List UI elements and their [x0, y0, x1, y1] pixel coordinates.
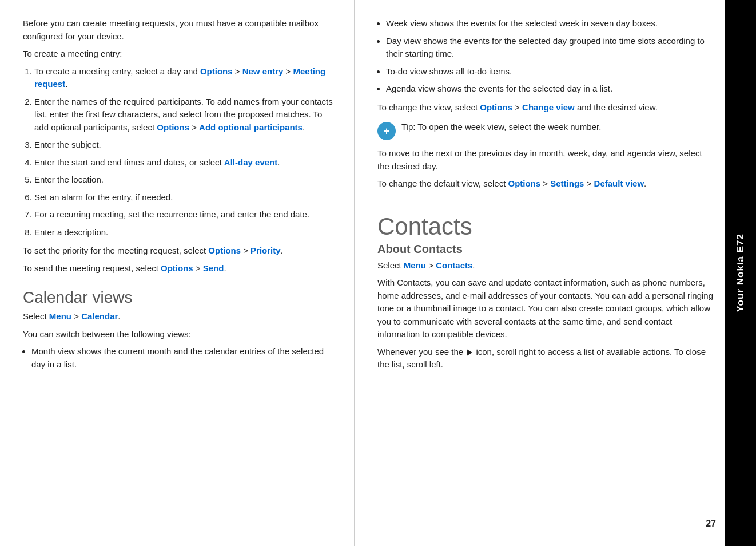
step-1: To create a meeting entry, select a day …	[34, 65, 337, 91]
step-7: For a recurring meeting, set the recurre…	[34, 208, 337, 221]
calendar-item-todo: To-do view shows all to-do items.	[386, 65, 716, 78]
step2-after: .	[303, 122, 305, 132]
step-4: Enter the start and end times and dates,…	[34, 156, 337, 169]
settings-link: Settings	[550, 179, 584, 188]
menu-link-contacts: Menu	[404, 260, 426, 270]
default-view-link: Default view	[594, 179, 644, 188]
step-5: Enter the location.	[34, 173, 337, 187]
calendar-views-list-left: Month view shows the current month and t…	[31, 345, 337, 371]
contacts-select-paragraph: Select Menu > Contacts.	[377, 259, 716, 272]
calendar-views-heading: Calendar views	[23, 288, 337, 307]
options-link-change-view: Options	[480, 102, 512, 112]
step4-text-before: Enter the start and end times and dates,…	[34, 157, 224, 167]
right-column: Week view shows the events for the selec…	[355, 0, 756, 546]
calendar-item-agenda: Agenda view shows the events for the sel…	[386, 82, 716, 96]
side-tab: Your Nokia E72	[725, 0, 756, 546]
create-intro: To create a meeting entry:	[23, 48, 337, 61]
step1-text-before: To create a meeting entry, select a day …	[34, 66, 200, 76]
menu-link-calendar: Menu	[49, 311, 71, 321]
step2-mid1: >	[189, 122, 199, 132]
step-3: Enter the subject.	[34, 139, 337, 152]
step4-after: .	[277, 157, 280, 167]
change-view-link: Change view	[522, 102, 575, 112]
calendar-switch-text: You can switch between the following vie…	[23, 328, 337, 341]
calendar-link: Calendar	[81, 311, 118, 321]
step1-after: .	[65, 79, 67, 89]
calendar-item-day: Day view shows the events for the select…	[386, 35, 716, 61]
section-divider	[377, 201, 716, 201]
arrow-icon	[467, 349, 472, 356]
step-2: Enter the names of the required particip…	[34, 96, 337, 134]
default-view-paragraph: To change the default view, select Optio…	[377, 177, 716, 191]
steps-list: To create a meeting entry, select a day …	[34, 65, 337, 239]
options-link-priority: Options	[208, 246, 241, 255]
calendar-select-paragraph: Select Menu > Calendar.	[23, 310, 337, 323]
page-number: 27	[706, 519, 716, 529]
move-day-paragraph: To move to the next or the previous day …	[377, 147, 716, 173]
change-view-paragraph: To change the view, select Options > Cha…	[377, 101, 716, 114]
left-column: Before you can create meeting requests, …	[0, 0, 355, 546]
priority-paragraph: To set the priority for the meeting requ…	[23, 244, 337, 258]
step-6: Set an alarm for the entry, if needed.	[34, 191, 337, 204]
tip-box: + Tip: To open the week view, select the…	[377, 121, 716, 140]
page-content: Before you can create meeting requests, …	[0, 0, 756, 546]
contacts-icon-paragraph: Whenever you see the icon, scroll right …	[377, 346, 716, 371]
options-link-1: Options	[200, 66, 233, 76]
send-paragraph: To send the meeting request, select Opti…	[23, 262, 337, 275]
contacts-link: Contacts	[436, 260, 472, 270]
intro-paragraph: Before you can create meeting requests, …	[23, 17, 337, 43]
options-link-2: Options	[157, 122, 189, 132]
tip-icon: +	[377, 122, 396, 140]
priority-link: Priority	[250, 246, 281, 255]
about-contacts-heading: About Contacts	[377, 243, 716, 256]
step1-mid2: >	[283, 66, 293, 76]
add-optional-participants-link: Add optional participants	[199, 122, 303, 132]
all-day-event-link: All-day event	[224, 157, 277, 167]
contacts-body: With Contacts, you can save and update c…	[377, 276, 716, 341]
side-tab-text: Your Nokia E72	[735, 234, 746, 312]
step-8: Enter a description.	[34, 226, 337, 239]
contacts-heading: Contacts	[377, 213, 716, 240]
calendar-item-month: Month view shows the current month and t…	[31, 345, 337, 371]
calendar-views-list-right: Week view shows the events for the selec…	[386, 17, 716, 96]
calendar-item-week: Week view shows the events for the selec…	[386, 17, 716, 30]
options-link-default: Options	[508, 179, 540, 188]
send-link: Send	[203, 263, 224, 273]
options-link-send: Options	[161, 263, 193, 273]
new-entry-link: New entry	[242, 66, 284, 76]
tip-text: Tip: To open the week view, select the w…	[401, 121, 601, 134]
step1-mid1: >	[233, 66, 242, 76]
